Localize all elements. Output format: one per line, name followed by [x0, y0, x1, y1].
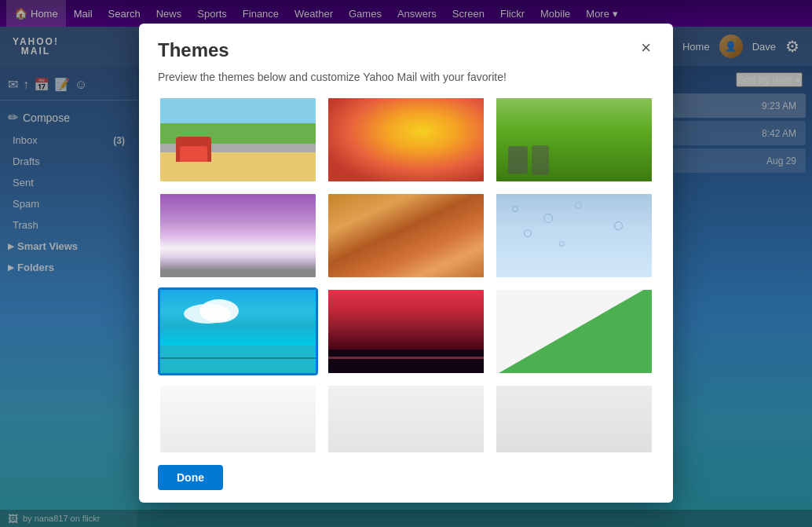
theme-light2[interactable] — [326, 383, 486, 452]
theme-purple-trees[interactable] — [158, 192, 318, 280]
themes-grid — [158, 96, 654, 452]
theme-sunset[interactable] — [326, 287, 486, 375]
theme-orange-blur[interactable] — [326, 96, 486, 184]
theme-green-white[interactable] — [494, 287, 654, 375]
theme-sand-dunes[interactable] — [326, 192, 486, 280]
modal-close-button[interactable]: × — [638, 39, 654, 57]
theme-ocean-sky[interactable] — [158, 287, 318, 375]
done-button[interactable]: Done — [158, 465, 223, 490]
themes-modal: Themes × Preview the themes below and cu… — [139, 24, 673, 503]
theme-water-drops[interactable] — [494, 192, 654, 280]
theme-light3[interactable] — [494, 383, 654, 452]
modal-footer: Done — [139, 452, 673, 503]
theme-soldiers[interactable] — [494, 96, 654, 184]
modal-header: Themes × — [139, 24, 673, 71]
modal-title: Themes — [158, 39, 229, 61]
modal-body — [139, 96, 673, 452]
theme-light1[interactable] — [158, 383, 318, 452]
modal-overlay: Themes × Preview the themes below and cu… — [0, 0, 812, 527]
theme-desert-road[interactable] — [158, 96, 318, 184]
modal-subtitle: Preview the themes below and customize Y… — [139, 71, 673, 96]
